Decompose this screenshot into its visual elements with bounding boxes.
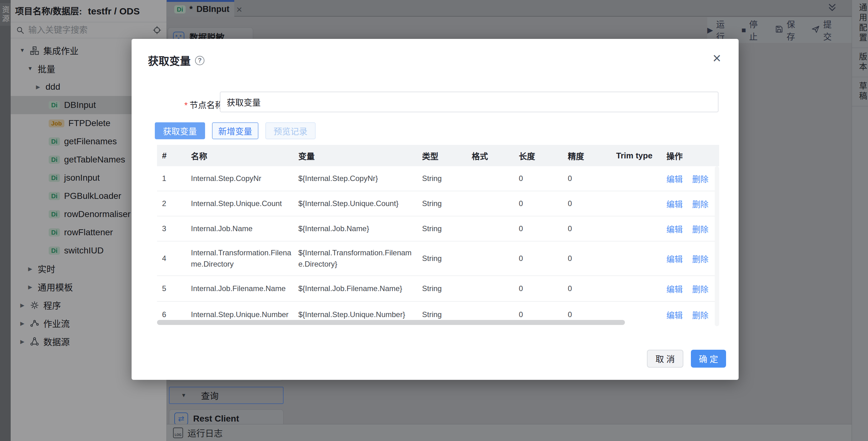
delete-link[interactable]: 删除 [692,173,709,184]
edit-link[interactable]: 编辑 [666,283,683,295]
delete-link[interactable]: 删除 [692,283,709,295]
edit-link[interactable]: 编辑 [666,223,683,235]
delete-link[interactable]: 删除 [692,198,709,209]
cancel-button[interactable]: 取 消 [647,350,683,368]
variables-table: # 名称 变量 类型 格式 长度 精度 Trim type 操作 1 Inter… [157,145,719,326]
edit-link[interactable]: 编辑 [666,198,683,209]
delete-link[interactable]: 删除 [692,309,709,320]
table-header: # 名称 变量 类型 格式 长度 精度 Trim type 操作 [157,145,719,166]
dialog-title: 获取变量 [148,53,191,68]
edit-link[interactable]: 编辑 [666,173,683,184]
table-body: 1 Internal.Step.CopyNr ${Internal.Step.C… [157,166,719,326]
delete-link[interactable]: 删除 [692,223,709,235]
node-name-input[interactable] [220,92,718,112]
add-variable-button[interactable]: 新增变量 [212,122,258,139]
node-name-label: *节点名称 [184,99,224,111]
edit-link[interactable]: 编辑 [666,309,683,320]
get-variables-button[interactable]: 获取变量 [155,122,205,139]
table-row: 3 Internal.Job.Name ${Internal.Job.Name}… [157,216,719,241]
vertical-scrollbar[interactable] [715,166,719,326]
preview-records-button[interactable]: 预览记录 [266,122,316,139]
required-asterisk: * [184,101,188,110]
edit-link[interactable]: 编辑 [666,253,683,264]
help-icon[interactable]: ? [195,56,205,65]
ok-button[interactable]: 确 定 [691,350,726,368]
dialog-close-icon[interactable]: × [713,51,721,65]
delete-link[interactable]: 删除 [692,253,709,264]
table-row: 1 Internal.Step.CopyNr ${Internal.Step.C… [157,166,719,191]
table-row: 2 Internal.Step.Unique.Count ${Internal.… [157,191,719,216]
horizontal-scrollbar[interactable] [157,320,625,325]
table-row: 4 Internal.Transformation.Filename.Direc… [157,241,719,276]
table-row: 5 Internal.Job.Filename.Name ${Internal.… [157,276,719,302]
get-variables-dialog: 获取变量 ? × *节点名称 获取变量 新增变量 预览记录 # 名称 变量 类型… [132,39,739,380]
app-screen: 资源 项目名称/数据层: testfr / ODS ▼ 集成作业 [0,0,868,441]
